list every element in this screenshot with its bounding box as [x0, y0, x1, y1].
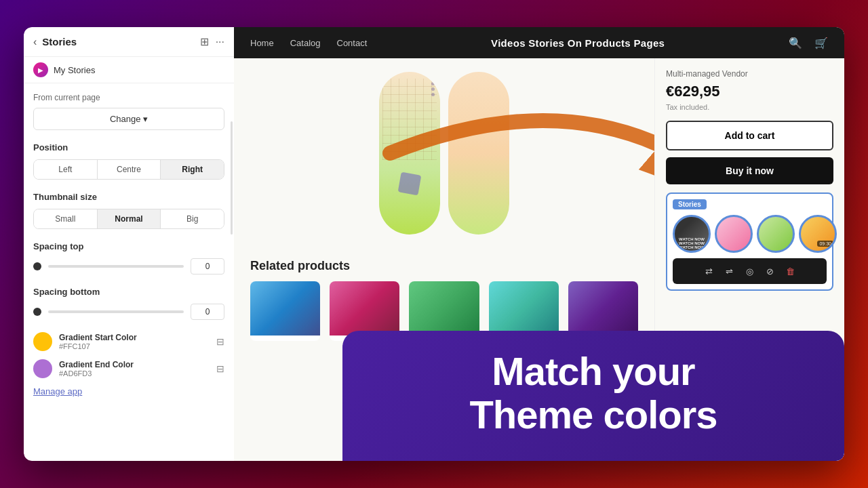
position-right-btn[interactable]: Right [161, 160, 224, 179]
gradient-end-color-row: Gradient End Color #AD6FD3 ⊟ [33, 359, 224, 378]
vendor-name: Multi-managed Vendor [666, 69, 833, 79]
my-stories-row[interactable]: ▶ My Stories [24, 57, 234, 83]
panel-header: ‹ Stories ⊞ ··· [24, 27, 234, 57]
nav-links: Home Catalog Contact [250, 38, 367, 48]
panel-header-left: ‹ Stories [33, 36, 77, 48]
left-settings-panel: ‹ Stories ⊞ ··· ▶ My Stories From curren… [24, 27, 234, 461]
gradient-start-edit-icon[interactable]: ⊟ [216, 336, 224, 347]
gradient-end-edit-icon[interactable]: ⊟ [216, 363, 224, 374]
scroll-indicator [231, 121, 233, 235]
nav-catalog[interactable]: Catalog [290, 38, 321, 48]
size-normal-btn[interactable]: Normal [98, 209, 161, 228]
stories-widget: Stories WATCH NOWWATCH NOWWATCH NOW 09:3… [666, 192, 833, 291]
stories-icon-symbol: ▶ [38, 66, 43, 74]
story-thumb-1-text: WATCH NOWWATCH NOWWATCH NOW [675, 237, 709, 249]
spacing-top-slider-row [33, 258, 224, 274]
gradient-start-hex: #FFC107 [59, 342, 210, 350]
more-options-icon[interactable]: ··· [216, 36, 224, 48]
panel-scrollable: From current page Change ▾ Position Left… [24, 83, 234, 461]
story-thumb-4[interactable]: 09:30 [799, 215, 837, 253]
promo-text-line2: Theme colors [370, 393, 817, 436]
spacing-bottom-input[interactable] [191, 304, 224, 320]
toolbar-btn-1[interactable]: ⇄ [701, 262, 718, 280]
promo-text-line1: Match your [370, 350, 817, 393]
nav-contact[interactable]: Contact [337, 38, 368, 48]
cart-icon[interactable]: 🛒 [814, 37, 828, 49]
rp-img-3 [409, 281, 479, 336]
rp-img-1 [250, 281, 320, 336]
snowboard-left-image [379, 72, 440, 235]
stories-toolbar: ⇄ ⇌ ◎ ⊘ 🗑 [673, 258, 827, 284]
panel-header-icons: ⊞ ··· [200, 35, 224, 48]
spacing-top-title: Spacing top [33, 241, 224, 251]
my-stories-label: My Stories [54, 65, 95, 75]
change-button[interactable]: Change ▾ [33, 108, 224, 130]
snowboard-right-image [448, 72, 509, 235]
store-title: Videos Stories On Products Pages [491, 37, 665, 49]
toolbar-btn-2[interactable]: ⇌ [721, 262, 738, 280]
search-icon[interactable]: 🔍 [789, 37, 802, 49]
slider-bottom-handle[interactable] [33, 308, 41, 316]
story-thumb-3[interactable] [757, 215, 795, 253]
related-products-title: Related products [250, 259, 638, 273]
nav-home[interactable]: Home [250, 38, 274, 48]
related-products-section: Related products [250, 259, 638, 341]
panel-title: Stories [42, 36, 77, 47]
snowboard-dots [431, 82, 435, 98]
toolbar-btn-3[interactable]: ◎ [741, 262, 759, 280]
stories-badge: Stories [673, 199, 707, 209]
thumbnail-size-btn-group: Small Normal Big [33, 209, 224, 229]
size-big-btn[interactable]: Big [161, 209, 224, 228]
back-button[interactable]: ‹ [33, 36, 37, 48]
shopify-preview-panel: Home Catalog Contact Videos Stories On P… [234, 27, 844, 461]
product-images [250, 72, 638, 248]
grid-icon[interactable]: ⊞ [200, 35, 209, 48]
thumbnail-size-title: Thumbnail size [33, 192, 224, 202]
add-to-cart-button[interactable]: Add to cart [666, 121, 833, 150]
buy-now-button[interactable]: Buy it now [666, 157, 833, 184]
stories-app-icon: ▶ [33, 62, 48, 77]
story-timer: 09:30 [817, 241, 833, 247]
gradient-end-info: Gradient End Color #AD6FD3 [59, 360, 210, 378]
spacing-top-track[interactable] [48, 265, 184, 268]
slider-top-handle[interactable] [33, 262, 41, 270]
from-current-page-label: From current page [33, 93, 224, 102]
stories-thumbnails: WATCH NOWWATCH NOWWATCH NOW 09:30 [673, 215, 827, 253]
stories-widget-header: Stories [673, 199, 827, 209]
toolbar-delete-btn[interactable]: 🗑 [782, 262, 800, 280]
spacing-top-input[interactable] [191, 258, 224, 274]
rp-img-2 [330, 281, 399, 336]
gradient-end-hex: #AD6FD3 [59, 369, 210, 378]
promo-banner: Match your Theme colors [342, 331, 844, 461]
position-centre-btn[interactable]: Centre [98, 160, 161, 179]
position-left-btn[interactable]: Left [34, 160, 98, 179]
size-small-btn[interactable]: Small [34, 209, 98, 228]
nav-icons: 🔍 🛒 [789, 37, 828, 49]
related-product-1[interactable] [250, 281, 320, 341]
tax-label: Tax included. [666, 103, 833, 111]
spacing-bottom-title: Spacing bottom [33, 287, 224, 297]
gradient-start-swatch[interactable] [33, 332, 52, 351]
position-section-title: Position [33, 142, 224, 152]
rp-img-5 [568, 281, 638, 336]
gradient-end-swatch[interactable] [33, 359, 52, 378]
gradient-start-info: Gradient Start Color #FFC107 [59, 333, 210, 350]
toolbar-btn-4[interactable]: ⊘ [762, 262, 779, 280]
rp-img-4 [489, 281, 559, 336]
position-btn-group: Left Centre Right [33, 159, 224, 180]
story-thumb-2[interactable] [715, 215, 753, 253]
story-thumb-1[interactable]: WATCH NOWWATCH NOWWATCH NOW [673, 215, 711, 253]
gradient-start-label: Gradient Start Color [59, 333, 210, 342]
spacing-bottom-track[interactable] [48, 310, 184, 313]
gradient-end-label: Gradient End Color [59, 360, 210, 369]
manage-app-link[interactable]: Manage app [33, 386, 224, 396]
spacing-bottom-slider-row [33, 304, 224, 320]
gradient-start-color-row: Gradient Start Color #FFC107 ⊟ [33, 332, 224, 351]
product-price: €629,95 [666, 83, 833, 100]
shopify-navbar: Home Catalog Contact Videos Stories On P… [234, 27, 844, 58]
snowboard-pattern [382, 79, 437, 160]
